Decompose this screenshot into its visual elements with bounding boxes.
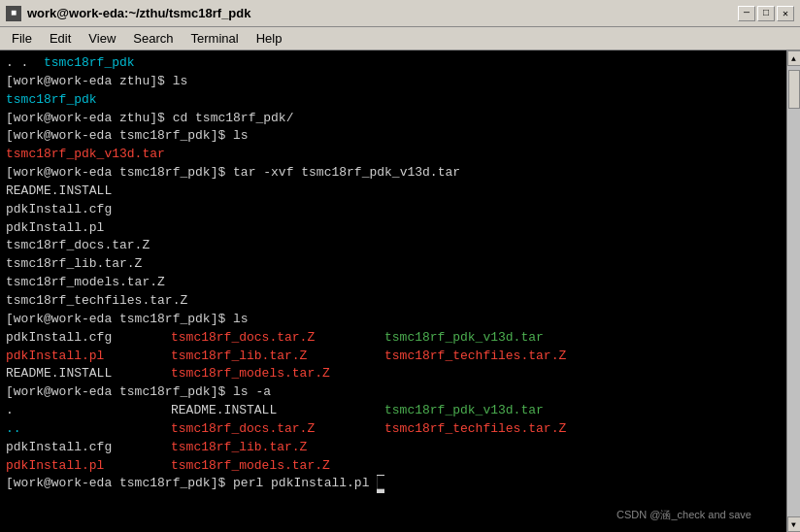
title-bar-left: ■ work@work-eda:~/zthu/tsmc18rf_pdk bbox=[6, 6, 250, 21]
terminal-line: pdkInstall.pl bbox=[6, 219, 781, 238]
maximize-button[interactable]: □ bbox=[757, 6, 775, 21]
scrollbar-thumb[interactable] bbox=[788, 70, 800, 109]
menu-file[interactable]: File bbox=[4, 29, 40, 48]
terminal-line: README.INSTALL tsmc18rf_models.tar.Z bbox=[6, 365, 781, 383]
terminal-line: pdkInstall.cfg bbox=[6, 201, 781, 219]
watermark: CSDN @涵_check and save bbox=[617, 508, 751, 522]
terminal-line: tsmc18rf_pdk bbox=[6, 91, 781, 110]
terminal-line: [work@work-eda tsmc18rf_pdk]$ ls -a bbox=[6, 383, 781, 402]
terminal-content[interactable]: . . tsmc18rf_pdk [work@work-eda zthu]$ l… bbox=[0, 50, 786, 532]
menu-help[interactable]: Help bbox=[249, 29, 290, 48]
terminal-line: pdkInstall.cfg tsmc18rf_lib.tar.Z bbox=[6, 439, 781, 457]
terminal-line: . README.INSTALL tsmc18rf_pdk_v13d.tar bbox=[6, 402, 781, 420]
terminal-line: [work@work-eda tsmc18rf_pdk]$ ls bbox=[6, 127, 781, 146]
terminal-line: tsmc18rf_pdk_v13d.tar bbox=[6, 146, 781, 164]
terminal-line: pdkInstall.pl tsmc18rf_models.tar.Z bbox=[6, 457, 781, 476]
menu-view[interactable]: View bbox=[81, 29, 123, 48]
terminal-line: pdkInstall.cfg tsmc18rf_docs.tar.Z tsmc1… bbox=[6, 329, 781, 348]
title-bar: ■ work@work-eda:~/zthu/tsmc18rf_pdk ─ □ … bbox=[0, 0, 800, 27]
minimize-button[interactable]: ─ bbox=[738, 6, 755, 21]
terminal-line: README.INSTALL bbox=[6, 183, 781, 201]
terminal-line: .. tsmc18rf_docs.tar.Z tsmc18rf_techfile… bbox=[6, 420, 781, 439]
terminal-line: tsmc18rf_docs.tar.Z bbox=[6, 237, 781, 255]
menu-edit[interactable]: Edit bbox=[42, 29, 79, 48]
app-icon: ■ bbox=[6, 6, 21, 21]
scrollbar-track[interactable] bbox=[787, 66, 800, 516]
close-button[interactable]: ✕ bbox=[777, 6, 794, 21]
terminal-line: [work@work-eda tsmc18rf_pdk]$ tar -xvf t… bbox=[6, 164, 781, 183]
window-title: work@work-eda:~/zthu/tsmc18rf_pdk bbox=[27, 6, 250, 20]
menu-terminal[interactable]: Terminal bbox=[183, 29, 247, 48]
terminal-line: pdkInstall.pl tsmc18rf_lib.tar.Z tsmc18r… bbox=[6, 348, 781, 366]
terminal-line: tsmc18rf_techfiles.tar.Z bbox=[6, 292, 781, 311]
terminal-line: [work@work-eda tsmc18rf_pdk]$ ls bbox=[6, 311, 781, 329]
window-controls: ─ □ ✕ bbox=[738, 6, 794, 21]
terminal-line: [work@work-eda zthu]$ cd tsmc18rf_pdk/ bbox=[6, 110, 781, 128]
scrollbar[interactable]: ▲ ▼ bbox=[786, 50, 800, 532]
terminal-line: tsmc18rf_models.tar.Z bbox=[6, 274, 781, 292]
terminal-line: [work@work-eda zthu]$ ls bbox=[6, 73, 781, 91]
terminal-line: . . tsmc18rf_pdk bbox=[6, 54, 781, 73]
terminal-line: tsmc18rf_lib.tar.Z bbox=[6, 255, 781, 274]
terminal-line: [work@work-eda tsmc18rf_pdk]$ perl pdkIn… bbox=[6, 475, 781, 493]
scrollbar-up-button[interactable]: ▲ bbox=[787, 50, 801, 66]
menu-bar: File Edit View Search Terminal Help bbox=[0, 27, 800, 50]
menu-search[interactable]: Search bbox=[125, 29, 181, 48]
scrollbar-down-button[interactable]: ▼ bbox=[787, 516, 801, 532]
terminal-window: . . tsmc18rf_pdk [work@work-eda zthu]$ l… bbox=[0, 50, 800, 532]
